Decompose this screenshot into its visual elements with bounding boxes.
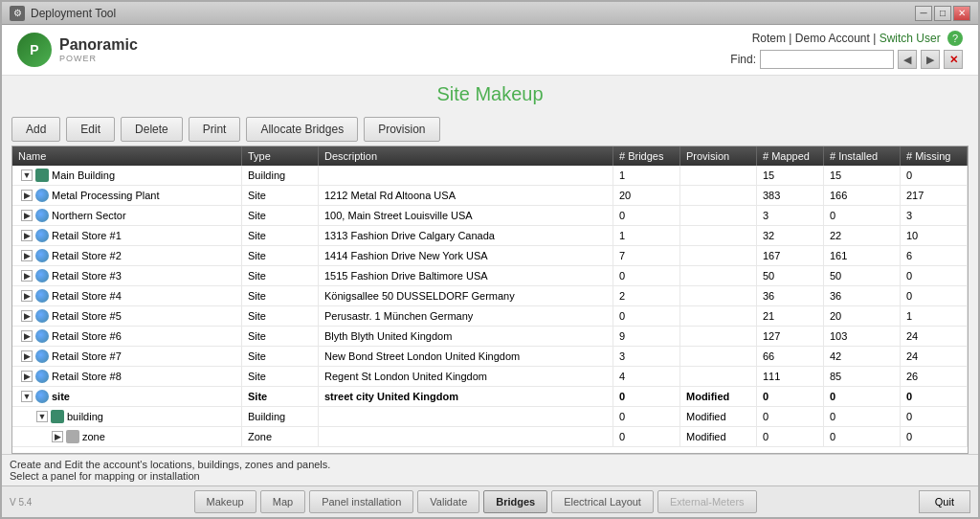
cell-description [319,427,613,446]
table-row[interactable]: ▶Retail Store #1Site1313 Fashion Drive C… [12,226,968,246]
tree-expand-icon[interactable]: ▶ [52,431,63,442]
cell-provision [680,286,757,305]
cell-bridges: 0 [613,266,680,285]
tree-expand-icon[interactable]: ▼ [36,411,48,422]
cell-name: ▶Retail Store #1 [12,226,242,245]
cell-mapped: 0 [757,387,824,406]
find-prev-button[interactable]: ◀ [898,50,917,69]
bottom-tab-panel_installation[interactable]: Panel installation [309,490,413,513]
minimize-button[interactable]: ─ [915,6,932,21]
cell-type: Site [242,206,319,225]
close-button[interactable]: ✕ [953,6,970,21]
bottom-tab-map[interactable]: Map [260,490,305,513]
cell-mapped: 383 [757,186,824,205]
add-button[interactable]: Add [11,117,60,142]
table-row[interactable]: ▼buildingBuilding0Modified000 [12,407,968,427]
cell-missing: 0 [901,387,968,406]
cell-installed: 0 [824,387,901,406]
bottom-tab-makeup[interactable]: Makeup [194,490,256,513]
table-row[interactable]: ▼siteSitestreet city United Kingdom0Modi… [12,387,968,407]
cell-bridges: 0 [613,306,680,326]
site-icon [35,390,49,403]
cell-type: Site [242,266,319,285]
cell-provision [680,266,757,285]
cell-installed: 103 [824,327,901,346]
edit-button[interactable]: Edit [66,117,115,142]
cell-bridges: 0 [613,206,680,225]
cell-type: Site [242,327,319,346]
tree-expand-icon[interactable]: ▼ [21,169,33,181]
tree-expand-icon[interactable]: ▼ [21,391,33,402]
cell-bridges: 7 [613,246,680,265]
cell-name: ▶Retail Store #7 [12,347,242,366]
tree-expand-icon[interactable]: ▶ [21,330,33,342]
header-right: Rotem | Demo Account | Switch User ? Fin… [730,31,963,69]
tree-expand-icon[interactable]: ▶ [21,190,33,201]
table-row[interactable]: ▼Main BuildingBuilding115150 [12,166,968,186]
allocate-bridges-button[interactable]: Allocate Bridges [246,117,358,142]
status-line2: Select a panel for mapping or installati… [10,470,970,482]
tree-expand-icon[interactable]: ▶ [21,230,33,241]
bottom-tab-bridges[interactable]: Bridges [483,490,547,513]
bottom-tab-electrical_layout[interactable]: Electrical Layout [551,490,654,513]
tree-expand-icon[interactable]: ▶ [21,270,33,282]
cell-provision [680,206,757,225]
cell-name: ▶Retail Store #3 [12,266,242,285]
cell-type: Site [242,186,319,205]
cell-provision [680,226,757,245]
tree-expand-icon[interactable]: ▶ [21,290,33,302]
cell-mapped: 167 [757,246,824,265]
cell-name: ▶Retail Store #2 [12,246,242,265]
table-row[interactable]: ▶Northern SectorSite100, Main Street Lou… [12,206,968,226]
cell-missing: 1 [901,306,968,326]
bottom-tabs-container: MakeupMapPanel installationValidateBridg… [194,490,757,513]
quit-button[interactable]: Quit [919,490,970,513]
tree-expand-icon[interactable]: ▶ [21,250,33,261]
table-row[interactable]: ▶Retail Store #6SiteBlyth Blyth United K… [12,327,968,347]
cell-name: ▶Retail Store #6 [12,327,242,346]
table-row[interactable]: ▶Retail Store #2Site1414 Fashion Drive N… [12,246,968,266]
table-row[interactable]: ▶zoneZone0Modified000 [12,427,968,447]
window-controls: ─ □ ✕ [915,6,970,21]
bottom-tab-validate[interactable]: Validate [417,490,479,513]
cell-description: street city United Kingdom [319,387,613,406]
cell-description: Königsallee 50 DUSSELDORF Germany [319,286,613,305]
cell-name: ▶Retail Store #8 [12,367,242,386]
site-icon [35,189,49,202]
print-button[interactable]: Print [189,117,241,142]
cell-description: 1515 Fashion Drive Baltimore USA [319,266,613,285]
tree-expand-icon[interactable]: ▶ [21,371,33,382]
site-icon [35,309,49,323]
cell-name: ▼Main Building [12,166,242,185]
tree-expand-icon[interactable]: ▶ [21,350,33,362]
find-input[interactable] [760,50,894,69]
find-next-button[interactable]: ▶ [921,50,940,69]
tree-expand-icon[interactable]: ▶ [21,310,33,322]
help-icon[interactable]: ? [947,31,963,46]
tree-expand-icon[interactable]: ▶ [21,210,33,221]
row-name-text: Main Building [52,169,115,181]
cell-name: ▼building [12,407,242,426]
site-icon [35,289,49,303]
table-row[interactable]: ▶Retail Store #3Site1515 Fashion Drive B… [12,266,968,286]
data-table: Name Type Description # Bridges Provisio… [11,146,969,454]
delete-button[interactable]: Delete [121,117,183,142]
provision-button[interactable]: Provision [364,117,439,142]
table-row[interactable]: ▶Retail Store #7SiteNew Bond Street Lond… [12,347,968,367]
row-name-text: Metal Processing Plant [52,190,160,201]
cell-description [319,407,613,426]
cell-installed: 15 [824,166,901,185]
cell-type: Site [242,286,319,305]
table-row[interactable]: ▶Metal Processing PlantSite1212 Metal Rd… [12,186,968,206]
app-icon: ⚙ [10,6,25,21]
cell-missing: 0 [901,166,968,185]
table-row[interactable]: ▶Retail Store #8SiteRegent St London Uni… [12,367,968,387]
find-close-button[interactable]: ✕ [944,50,963,69]
switch-user-link[interactable]: Switch User [880,32,941,45]
maximize-button[interactable]: □ [934,6,951,21]
cell-mapped: 3 [757,206,824,225]
table-row[interactable]: ▶Retail Store #4SiteKönigsallee 50 DUSSE… [12,286,968,306]
table-row[interactable]: ▶Retail Store #5SitePerusastr. 1 München… [12,306,968,327]
site-icon [35,329,49,343]
main-window: ⚙ Deployment Tool ─ □ ✕ P Panoramic POWE… [0,0,980,519]
